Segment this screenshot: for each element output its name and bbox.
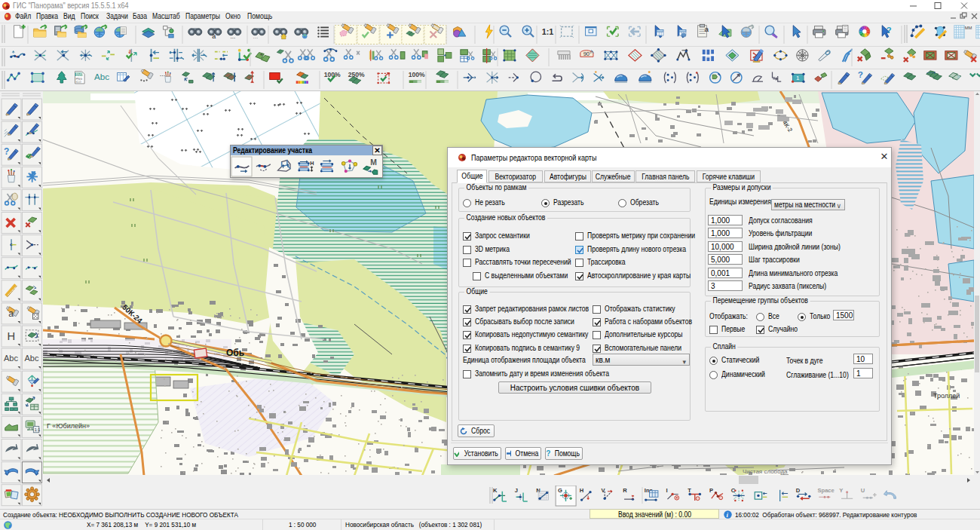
svg-text:...: ...: [160, 70, 166, 78]
svg-text:G: G: [558, 487, 562, 494]
svg-text:H: H: [580, 487, 583, 494]
svg-text:Y: Y: [839, 487, 843, 494]
svg-text:Abc: Abc: [4, 354, 18, 363]
svg-text:100%: 100%: [324, 71, 341, 78]
svg-text:D: D: [796, 487, 801, 494]
svg-text:Abc: Abc: [94, 72, 109, 81]
svg-text:T: T: [688, 487, 691, 494]
svg-text:M: M: [370, 158, 377, 167]
svg-text:...: ...: [230, 33, 235, 40]
svg-text:250%: 250%: [348, 71, 365, 78]
svg-text:?: ?: [887, 25, 892, 35]
svg-text:a: a: [705, 25, 709, 33]
svg-text:U: U: [861, 487, 865, 494]
svg-text:1:1: 1:1: [542, 27, 554, 36]
svg-text:Space: Space: [817, 487, 834, 494]
svg-text:P: P: [709, 487, 713, 494]
svg-text:ICO: ICO: [75, 80, 81, 84]
svg-text:I: I: [666, 487, 668, 494]
svg-text:?: ?: [858, 69, 863, 79]
svg-text:1:1: 1:1: [35, 427, 41, 432]
svg-text:R: R: [623, 487, 627, 494]
svg-text:100%: 100%: [409, 71, 425, 78]
svg-text:Abc: Abc: [24, 354, 38, 363]
svg-text:MM: MM: [965, 26, 972, 30]
svg-text:+: +: [260, 51, 264, 58]
svg-text:90°: 90°: [583, 51, 592, 57]
svg-text:J: J: [515, 487, 518, 494]
svg-text:...: ...: [253, 33, 259, 40]
svg-text:K: K: [493, 487, 498, 494]
svg-text:a: a: [212, 32, 216, 40]
svg-text:?: ?: [4, 146, 9, 157]
svg-text:H: H: [310, 160, 314, 167]
svg-text:a: a: [8, 308, 14, 319]
svg-text:1: 1: [796, 75, 800, 81]
svg-text:H: H: [8, 330, 16, 342]
